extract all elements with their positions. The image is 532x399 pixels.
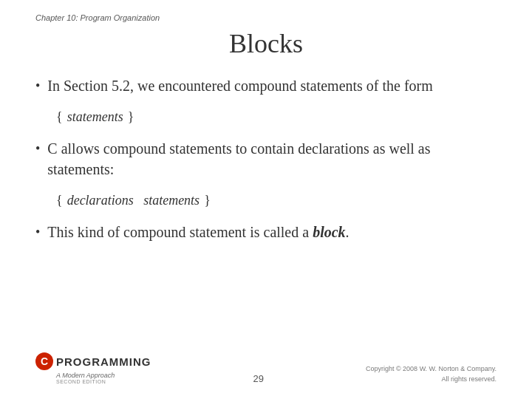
- page-number: 29: [151, 373, 366, 384]
- code-block-2: { declarations statements }: [56, 193, 497, 208]
- code-open-brace-2: {: [56, 193, 63, 208]
- logo-edition: SECOND EDITION: [56, 379, 106, 384]
- slide-title: Blocks: [35, 28, 497, 59]
- bullet-text-3: This kind of compound statement is calle…: [47, 224, 349, 240]
- copyright-text: Copyright © 2008 W. W. Norton & Company.…: [366, 364, 497, 384]
- bullet-item-2: • C allows compound statements to contai…: [35, 138, 497, 180]
- logo-programming-text: PROGRAMMING: [56, 355, 151, 368]
- block-term: block: [313, 224, 345, 240]
- logo-c-letter: C: [35, 352, 53, 370]
- footer: C PROGRAMMING A Modern Approach SECOND E…: [35, 346, 497, 384]
- bullet-item-1: • In Section 5.2, we encountered compoun…: [35, 75, 497, 96]
- bullet-dot-2: •: [35, 140, 40, 158]
- content-area: • In Section 5.2, we encountered compoun…: [35, 75, 497, 346]
- bullet-dot-1: •: [35, 77, 40, 95]
- code-content-2: declarations statements: [67, 193, 200, 208]
- bullet-text-1: In Section 5.2, we encountered compound …: [47, 78, 433, 94]
- code-close-brace-2: }: [204, 193, 211, 208]
- code-close-brace-1: }: [128, 109, 134, 125]
- logo-c: C PROGRAMMING: [35, 352, 151, 370]
- bullet-dot-3: •: [35, 223, 40, 242]
- logo-area: C PROGRAMMING A Modern Approach SECOND E…: [35, 352, 151, 384]
- bullet-item-3: • This kind of compound statement is cal…: [35, 222, 497, 242]
- logo-subtitle: A Modern Approach: [56, 372, 115, 379]
- bullet-text-2: C allows compound statements to contain …: [47, 140, 430, 177]
- code-open-brace-1: {: [56, 109, 63, 125]
- code-block-1: { statements }: [56, 109, 497, 125]
- slide-container: Chapter 10: Program Organization Blocks …: [0, 0, 532, 399]
- code-content-1: statements: [67, 109, 123, 125]
- chapter-title: Chapter 10: Program Organization: [35, 13, 497, 22]
